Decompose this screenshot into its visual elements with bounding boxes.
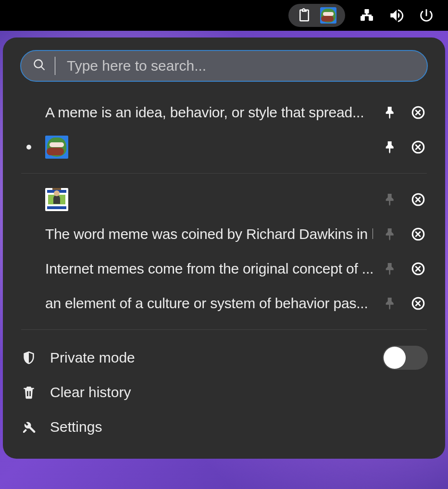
meme-image-icon <box>45 188 68 211</box>
private-mode-toggle[interactable] <box>383 346 428 370</box>
text-cursor <box>55 57 55 75</box>
pinned-divider <box>21 173 427 174</box>
shield-icon <box>20 350 37 365</box>
clipboard-history-list: A meme is an idea, behavior, or style th… <box>20 95 428 330</box>
pin-button[interactable] <box>382 138 399 156</box>
clip-image-thumbnail <box>45 188 373 211</box>
network-icon[interactable] <box>359 7 375 24</box>
clipboard-manager-popup: A meme is an idea, behavior, or style th… <box>3 38 445 459</box>
clip-text: The word meme was coined by Richard Dawk… <box>45 226 373 242</box>
clear-history-label: Clear history <box>50 384 131 401</box>
search-input[interactable] <box>67 58 415 74</box>
delete-button[interactable] <box>410 295 427 312</box>
delete-button[interactable] <box>410 191 427 208</box>
pin-button[interactable] <box>382 260 399 277</box>
system-top-panel <box>0 0 448 31</box>
current-item-marker <box>21 145 37 150</box>
clip-text: Internet memes come from the original co… <box>45 261 373 277</box>
private-mode-label: Private mode <box>50 350 135 366</box>
clip-row[interactable]: A meme is an idea, behavior, or style th… <box>21 95 427 130</box>
toggle-knob <box>384 347 406 369</box>
delete-button[interactable] <box>410 138 427 156</box>
clipboard-icon <box>297 8 311 23</box>
clip-row[interactable]: Internet memes come from the original co… <box>21 251 427 286</box>
tray-indicator-pill[interactable] <box>288 4 345 27</box>
pin-button[interactable] <box>382 226 399 243</box>
power-icon[interactable] <box>418 7 435 24</box>
delete-button[interactable] <box>410 226 427 243</box>
search-field[interactable] <box>20 50 428 82</box>
settings-row[interactable]: Settings <box>20 410 428 444</box>
pin-button[interactable] <box>382 191 399 208</box>
settings-label: Settings <box>50 419 102 435</box>
clip-row[interactable] <box>21 130 427 164</box>
tools-icon <box>20 419 37 435</box>
clip-row[interactable]: an element of a culture or system of beh… <box>21 286 427 321</box>
clear-history-row[interactable]: Clear history <box>20 375 428 410</box>
clip-row[interactable] <box>21 182 427 217</box>
delete-button[interactable] <box>410 260 427 277</box>
pin-button[interactable] <box>382 104 399 121</box>
popup-footer: Private mode Clear history Settings <box>20 339 428 444</box>
clipboard-image-preview-icon <box>320 7 336 24</box>
delete-button[interactable] <box>410 104 427 121</box>
clip-row[interactable]: The word meme was coined by Richard Dawk… <box>21 217 427 251</box>
pin-button[interactable] <box>382 295 399 312</box>
footer-divider <box>21 329 427 330</box>
trash-icon <box>20 385 37 400</box>
clip-text: A meme is an idea, behavior, or style th… <box>45 104 373 121</box>
pepe-image-icon <box>45 136 68 159</box>
volume-icon[interactable] <box>388 7 405 24</box>
clip-text: an element of a culture or system of beh… <box>45 295 373 312</box>
clip-image-thumbnail <box>45 136 373 159</box>
private-mode-row[interactable]: Private mode <box>20 340 428 375</box>
search-icon <box>33 58 46 74</box>
